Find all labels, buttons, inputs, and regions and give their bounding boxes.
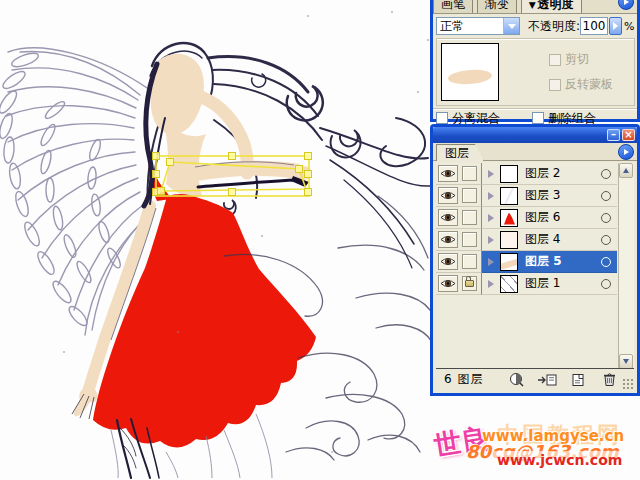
transform-handle[interactable] xyxy=(305,171,312,178)
layer-lock-checkbox[interactable] xyxy=(462,188,477,203)
layer-visibility-eye-icon[interactable] xyxy=(438,187,458,204)
chevron-down-icon[interactable] xyxy=(503,18,519,34)
red-dress-shape xyxy=(93,163,316,448)
watermark-jcwcn-url: www.jcwcn.com xyxy=(492,451,627,469)
expand-triangle-icon[interactable] xyxy=(488,170,494,178)
layer-row-main[interactable]: 图层 5 xyxy=(482,251,617,273)
layer-row-main[interactable]: 图层 4 xyxy=(482,229,617,251)
transform-handle[interactable] xyxy=(296,166,303,173)
clip-checkbox[interactable] xyxy=(549,54,561,66)
transform-handle[interactable] xyxy=(305,189,312,196)
transform-handle[interactable] xyxy=(153,171,160,178)
app-root: 画笔 渐变 ▼透明度 正常 不透明度: 100 % 剪切 xyxy=(0,0,640,480)
layer-name[interactable]: 图层 2 xyxy=(525,165,601,182)
layer-lock-checkbox[interactable] xyxy=(462,166,477,181)
palette-menu-button[interactable] xyxy=(618,0,634,10)
new-layer-icon[interactable] xyxy=(567,372,589,388)
layer-row[interactable]: 图层 4 xyxy=(436,229,634,251)
layer-name[interactable]: 图层 3 xyxy=(525,187,601,204)
layer-row-main[interactable]: 图层 6 xyxy=(482,207,617,229)
layer-visibility-eye-icon[interactable] xyxy=(438,275,458,292)
layer-thumbnail[interactable] xyxy=(500,275,518,293)
layer-row-main[interactable]: 图层 2 xyxy=(482,163,617,185)
layers-menu-button[interactable] xyxy=(618,144,634,160)
layer-row[interactable]: 图层 5 xyxy=(436,251,634,273)
layer-preview-thumbnail[interactable] xyxy=(441,43,499,101)
layer-link-circle-icon[interactable] xyxy=(601,279,611,289)
layer-row-left-cells xyxy=(436,185,482,207)
layer-name[interactable]: 图层 4 xyxy=(525,231,601,248)
layer-row[interactable]: 图层 3 xyxy=(436,185,634,207)
layer-name[interactable]: 图层 6 xyxy=(525,209,601,226)
layer-name[interactable]: 图层 5 xyxy=(525,253,601,270)
layer-row[interactable]: 图层 6 xyxy=(436,207,634,229)
layer-row[interactable]: 图层 1 xyxy=(436,273,634,295)
layer-name[interactable]: 图层 1 xyxy=(525,275,601,292)
layer-row-main[interactable]: 图层 3 xyxy=(482,185,617,207)
layer-preview-zone: 剪切 反转蒙板 xyxy=(436,38,635,106)
transform-handle[interactable] xyxy=(305,153,312,160)
layer-thumbnail[interactable] xyxy=(500,165,518,183)
expand-triangle-icon[interactable] xyxy=(488,192,494,200)
scroll-up-icon[interactable] xyxy=(619,163,633,178)
tab-transparency[interactable]: ▼透明度 xyxy=(521,0,582,14)
tab-brush[interactable]: 画笔 xyxy=(433,0,473,14)
layer-lock-checkbox[interactable] xyxy=(462,232,477,247)
duplicate-layer-icon[interactable] xyxy=(536,372,558,388)
resize-grip[interactable] xyxy=(621,377,633,389)
opacity-spinner-button[interactable] xyxy=(609,17,622,35)
layer-link-circle-icon[interactable] xyxy=(601,235,611,245)
expand-triangle-icon[interactable] xyxy=(488,280,494,288)
transform-handle[interactable] xyxy=(158,188,165,195)
layer-thumbnail[interactable] xyxy=(500,209,518,227)
layer-row-left-cells xyxy=(436,207,482,229)
invert-mask-checkbox[interactable] xyxy=(549,79,561,91)
transform-handle[interactable] xyxy=(229,189,236,196)
close-button[interactable]: × xyxy=(622,129,635,141)
canvas-illustration xyxy=(0,0,435,480)
layer-visibility-eye-icon[interactable] xyxy=(438,253,458,270)
mask-options: 剪切 反转蒙板 xyxy=(549,51,613,101)
layer-lock-checkbox[interactable] xyxy=(462,254,477,269)
layer-visibility-eye-icon[interactable] xyxy=(438,231,458,248)
layer-row-left-cells xyxy=(436,273,482,295)
layer-link-circle-icon[interactable] xyxy=(601,257,611,267)
separate-blend-checkbox[interactable] xyxy=(436,112,448,124)
delete-layer-icon[interactable] xyxy=(598,372,620,388)
layer-row-main[interactable]: 图层 1 xyxy=(482,273,617,295)
transform-handle[interactable] xyxy=(167,159,174,166)
layer-thumbnail[interactable] xyxy=(500,187,518,205)
transform-handle[interactable] xyxy=(153,153,160,160)
transparency-panel: 画笔 渐变 ▼透明度 正常 不透明度: 100 % 剪切 xyxy=(430,0,640,122)
transform-handle[interactable] xyxy=(229,153,236,160)
layer-thumbnail[interactable] xyxy=(500,253,518,271)
layer-thumbnail[interactable] xyxy=(500,231,518,249)
layer-link-circle-icon[interactable] xyxy=(601,169,611,179)
layer-row[interactable]: 图层 2 xyxy=(436,163,634,185)
tab-gradient[interactable]: 渐变 xyxy=(477,0,517,14)
layers-titlebar[interactable]: – × xyxy=(433,127,637,143)
invert-mask-checkbox-row: 反转蒙板 xyxy=(549,76,613,93)
opacity-input[interactable]: 100 xyxy=(580,17,608,35)
layer-count-text: 6 图层 xyxy=(444,371,483,388)
layers-window: – × 图层 图层 2图层 3图层 6图层 4图层 5图层 1 6 图层 xyxy=(430,124,640,396)
adjustment-icon[interactable] xyxy=(505,372,527,388)
layer-visibility-eye-icon[interactable] xyxy=(438,209,458,226)
scroll-down-icon[interactable] xyxy=(619,354,633,369)
blend-mode-select[interactable]: 正常 xyxy=(436,17,520,35)
expand-triangle-icon[interactable] xyxy=(488,214,494,222)
layer-link-circle-icon[interactable] xyxy=(601,191,611,201)
layer-row-left-cells xyxy=(436,251,482,273)
layers-scrollbar[interactable] xyxy=(618,163,634,369)
active-tab-marker-icon: ▼ xyxy=(529,0,536,10)
expand-triangle-icon[interactable] xyxy=(488,236,494,244)
expand-triangle-icon[interactable] xyxy=(488,258,494,266)
opacity-unit: % xyxy=(624,20,634,33)
layer-lock-checkbox[interactable] xyxy=(462,210,477,225)
tab-layers[interactable]: 图层 xyxy=(436,144,484,161)
layer-lock-icon[interactable] xyxy=(462,276,477,291)
minimize-button[interactable]: – xyxy=(607,129,620,141)
layer-visibility-eye-icon[interactable] xyxy=(438,165,458,182)
delete-group-checkbox[interactable] xyxy=(532,112,544,124)
layer-link-circle-icon[interactable] xyxy=(601,213,611,223)
